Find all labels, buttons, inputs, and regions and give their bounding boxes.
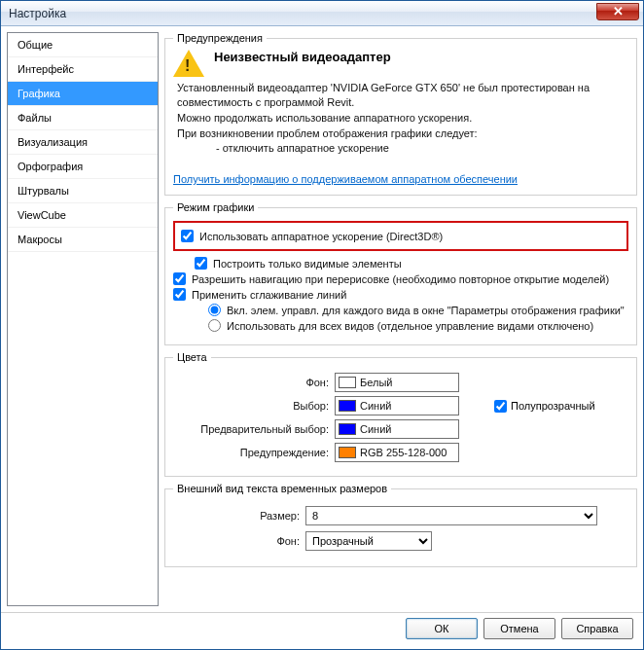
sidebar-item-viewcube[interactable]: ViewCube	[8, 203, 158, 228]
bg-color-label: Фон:	[173, 377, 329, 388]
cancel-button[interactable]: Отмена	[483, 618, 555, 639]
bg-color-button[interactable]: Белый	[335, 373, 459, 392]
warning-body: Установленный видеоадаптер 'NVIDIA GeFor…	[177, 81, 628, 156]
help-button[interactable]: Справка	[561, 618, 633, 639]
warning-bullet: - отключить аппаратное ускорение	[216, 141, 628, 156]
tempdim-size-select[interactable]: 8	[305, 506, 597, 525]
titlebar: Настройка ✕	[1, 1, 643, 26]
sidebar-item-general[interactable]: Общие	[8, 33, 158, 57]
visible-only-checkbox[interactable]: Построить только видимые элементы	[195, 257, 628, 270]
warning-line2: Можно продолжать использование аппаратно…	[177, 111, 628, 126]
content-pane: Предупреждения ! Неизвестный видеоадапте…	[164, 32, 637, 606]
sel-color-name: Синий	[360, 400, 391, 412]
per-view-label: Вкл. элем. управл. для каждого вида в ок…	[227, 305, 625, 316]
sidebar-item-spelling[interactable]: Орфография	[8, 155, 158, 179]
sidebar-item-macros[interactable]: Макросы	[8, 228, 158, 252]
warning-icon: !	[173, 50, 204, 77]
sidebar-item-steeringwheels[interactable]: Штурвалы	[8, 179, 158, 203]
per-view-radio[interactable]: Вкл. элем. управл. для каждого вида в ок…	[208, 304, 628, 316]
visible-only-input[interactable]	[195, 257, 207, 270]
warning-line3: При возникновении проблем отображения гр…	[177, 126, 628, 141]
window-title: Настройка	[9, 7, 66, 20]
all-views-label: Использовать для всех видов (отдельное у…	[227, 320, 593, 332]
sidebar-item-files[interactable]: Файлы	[8, 106, 158, 130]
sidebar-item-visualization[interactable]: Визуализация	[8, 130, 158, 155]
tempdim-legend: Внешний вид текста временных размеров	[173, 483, 391, 494]
all-views-radio[interactable]: Использовать для всех видов (отдельное у…	[208, 319, 628, 332]
tempdim-size-label: Размер:	[173, 510, 300, 522]
colors-legend: Цвета	[173, 351, 211, 363]
tempdim-group: Внешний вид текста временных размеров Ра…	[164, 483, 637, 567]
smoothing-label: Применить сглаживание линий	[192, 289, 346, 301]
close-button[interactable]: ✕	[596, 3, 639, 20]
graphics-mode-group: Режим графики Использовать аппаратное ус…	[164, 201, 637, 345]
sel-color-button[interactable]: Синий	[335, 396, 459, 415]
warnings-legend: Предупреждения	[173, 32, 267, 44]
nav-redraw-label: Разрешить навигацию при перерисовке (нео…	[192, 273, 609, 285]
warn-color-name: RGB 255-128-000	[360, 447, 447, 458]
pre-color-name: Синий	[360, 423, 391, 435]
nav-redraw-input[interactable]	[173, 272, 186, 285]
graphics-legend: Режим графики	[173, 201, 258, 213]
tempdim-bg-label: Фон:	[173, 535, 300, 547]
hw-accel-input[interactable]	[181, 230, 194, 242]
hw-accel-checkbox[interactable]: Использовать аппаратное ускорение (Direc…	[181, 230, 621, 242]
warning-line1: Установленный видеоадаптер 'NVIDIA GeFor…	[177, 81, 628, 110]
pre-color-button[interactable]: Синий	[335, 419, 459, 439]
pre-color-label: Предварительный выбор:	[173, 423, 329, 435]
tempdim-bg-select[interactable]: Прозрачный	[305, 531, 432, 551]
warn-color-label: Предупреждение:	[173, 447, 329, 458]
sidebar-item-interface[interactable]: Интерфейс	[8, 57, 158, 82]
smoothing-checkbox[interactable]: Применить сглаживание линий	[173, 288, 628, 301]
sidebar: Общие Интерфейс Графика Файлы Визуализац…	[7, 32, 159, 606]
hw-accel-label: Использовать аппаратное ускорение (Direc…	[199, 231, 443, 242]
settings-window: Настройка ✕ Общие Интерфейс Графика Файл…	[0, 0, 644, 650]
visible-only-label: Построить только видимые элементы	[213, 258, 402, 270]
all-views-input[interactable]	[208, 319, 221, 332]
highlight-box: Использовать аппаратное ускорение (Direc…	[173, 221, 628, 251]
warnings-group: Предупреждения ! Неизвестный видеоадапте…	[164, 32, 637, 196]
bg-swatch	[339, 377, 356, 388]
semi-transparent-checkbox[interactable]: Полупрозрачный	[494, 400, 595, 413]
warn-swatch	[339, 447, 356, 458]
pre-swatch	[339, 423, 356, 435]
smoothing-input[interactable]	[173, 288, 186, 301]
hw-info-link[interactable]: Получить информацию о поддерживаемом апп…	[173, 173, 518, 185]
ok-button[interactable]: ОК	[406, 618, 478, 639]
warn-color-button[interactable]: RGB 255-128-000	[335, 443, 459, 462]
colors-group: Цвета Фон: Белый Выбор: Синий	[164, 351, 637, 477]
nav-redraw-checkbox[interactable]: Разрешить навигацию при перерисовке (нео…	[173, 272, 628, 285]
per-view-input[interactable]	[208, 304, 221, 316]
warning-title: Неизвестный видеоадаптер	[214, 50, 391, 64]
semi-transparent-input[interactable]	[494, 400, 507, 413]
sidebar-item-graphics[interactable]: Графика	[8, 82, 158, 106]
sel-color-label: Выбор:	[173, 400, 329, 412]
footer: ОК Отмена Справка	[1, 612, 643, 643]
bg-color-name: Белый	[360, 377, 392, 388]
sel-swatch	[339, 400, 356, 412]
semi-transparent-label: Полупрозрачный	[511, 400, 595, 412]
